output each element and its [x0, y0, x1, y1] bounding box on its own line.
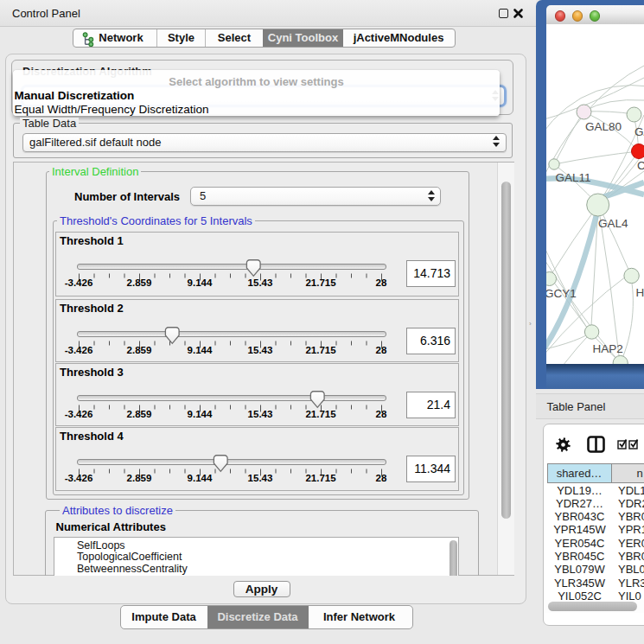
svg-text:GCY1: GCY1 [546, 287, 577, 300]
svg-text:HAP2: HAP2 [593, 342, 623, 355]
svg-text:C: C [637, 159, 644, 172]
svg-text:GA: GA [634, 125, 644, 138]
svg-text:GAL11: GAL11 [556, 171, 591, 184]
svg-text:GAL4: GAL4 [598, 217, 628, 230]
svg-text:GAL80: GAL80 [585, 120, 622, 133]
svg-text:H: H [636, 286, 644, 299]
